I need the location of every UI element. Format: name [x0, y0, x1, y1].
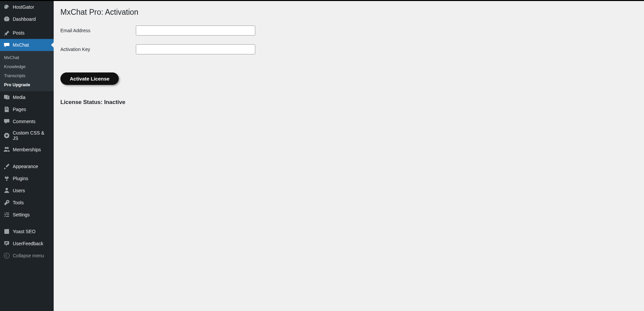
email-row: Email Address — [60, 25, 637, 36]
sidebar-item-posts[interactable]: Posts — [0, 27, 54, 39]
key-row: Activation Key — [60, 44, 637, 54]
top-accent-bar — [0, 0, 644, 1]
dashboard-icon — [3, 16, 10, 22]
sidebar-item-label: Users — [13, 188, 25, 193]
submenu-item-knowledge[interactable]: Knowledge — [0, 62, 54, 71]
sidebar-item-label: Posts — [13, 30, 24, 36]
submenu-item-transcripts[interactable]: Transcripts — [0, 71, 54, 80]
sidebar-item-appearance[interactable]: Appearance — [0, 160, 54, 172]
admin-sidebar: HostGator Dashboard Posts MxChat MxChat … — [0, 0, 54, 311]
sidebar-item-memberships[interactable]: Memberships — [0, 144, 54, 156]
brush-icon — [3, 163, 10, 170]
mxchat-submenu: MxChat Knowledge Transcripts Pro Upgrade — [0, 51, 54, 91]
sidebar-item-custom-css-js[interactable]: Custom CSS & JS — [0, 127, 54, 144]
collapse-icon — [3, 252, 10, 259]
sidebar-item-dashboard[interactable]: Dashboard — [0, 13, 54, 25]
sidebar-item-label: Custom CSS & JS — [13, 130, 51, 141]
sidebar-item-userfeedback[interactable]: UserFeedback — [0, 238, 54, 250]
sidebar-item-label: Yoast SEO — [13, 229, 36, 234]
sidebar-item-tools[interactable]: Tools — [0, 197, 54, 209]
sidebar-item-label: Collapse menu — [13, 253, 44, 258]
sidebar-item-label: Dashboard — [13, 16, 36, 22]
activation-key-input[interactable] — [136, 44, 255, 54]
sidebar-item-label: Settings — [13, 212, 30, 217]
activate-license-button[interactable]: Activate License — [60, 72, 119, 85]
sidebar-item-collapse-menu[interactable]: Collapse menu — [0, 250, 54, 262]
user-icon — [3, 187, 10, 194]
yoast-icon — [3, 228, 10, 235]
sidebar-item-pages[interactable]: Pages — [0, 103, 54, 115]
people-icon — [3, 146, 10, 153]
license-status-value: Inactive — [104, 99, 125, 105]
submenu-item-pro-upgrade[interactable]: Pro Upgrade — [0, 80, 54, 89]
sidebar-item-settings[interactable]: Settings — [0, 209, 54, 221]
sidebar-item-users[interactable]: Users — [0, 185, 54, 197]
email-input[interactable] — [136, 25, 255, 36]
sidebar-item-label: Tools — [13, 200, 24, 205]
sidebar-item-label: Media — [13, 95, 25, 100]
sidebar-item-comments[interactable]: Comments — [0, 115, 54, 127]
feedback-icon — [3, 240, 10, 247]
sidebar-item-label: Appearance — [13, 164, 38, 169]
sidebar-item-label: Pages — [13, 107, 26, 112]
email-label: Email Address — [60, 28, 136, 33]
sidebar-item-plugins[interactable]: Plugins — [0, 172, 54, 185]
sidebar-item-media[interactable]: Media — [0, 91, 54, 103]
sidebar-item-label: MxChat — [13, 42, 29, 48]
sidebar-item-label: UserFeedback — [13, 241, 43, 246]
activation-form: Email Address Activation Key — [60, 25, 637, 54]
sidebar-item-yoast-seo[interactable]: Yoast SEO — [0, 225, 54, 238]
submenu-item-mxchat[interactable]: MxChat — [0, 53, 54, 62]
media-icon — [3, 94, 10, 101]
hostgator-icon — [3, 4, 10, 10]
chat-icon — [3, 42, 10, 48]
license-status: License Status: Inactive — [60, 99, 637, 106]
sidebar-item-label: Memberships — [13, 147, 41, 152]
pages-icon — [3, 106, 10, 113]
wrench-icon — [3, 199, 10, 206]
page-title: MxChat Pro: Activation — [60, 4, 637, 19]
svg-point-0 — [4, 253, 9, 258]
key-label: Activation Key — [60, 47, 136, 52]
sidebar-item-mxchat[interactable]: MxChat — [0, 39, 54, 51]
plug-icon — [3, 175, 10, 182]
main-content: MxChat Pro: Activation Email Address Act… — [54, 1, 644, 311]
pin-icon — [3, 30, 10, 36]
sidebar-item-hostgator[interactable]: HostGator — [0, 1, 54, 13]
sidebar-item-label: Plugins — [13, 176, 28, 181]
license-status-label: License Status: — [60, 99, 103, 105]
settings-icon — [3, 211, 10, 218]
sidebar-item-label: Comments — [13, 119, 36, 124]
plus-circle-icon — [3, 132, 10, 139]
comment-icon — [3, 118, 10, 125]
sidebar-item-label: HostGator — [13, 4, 34, 10]
